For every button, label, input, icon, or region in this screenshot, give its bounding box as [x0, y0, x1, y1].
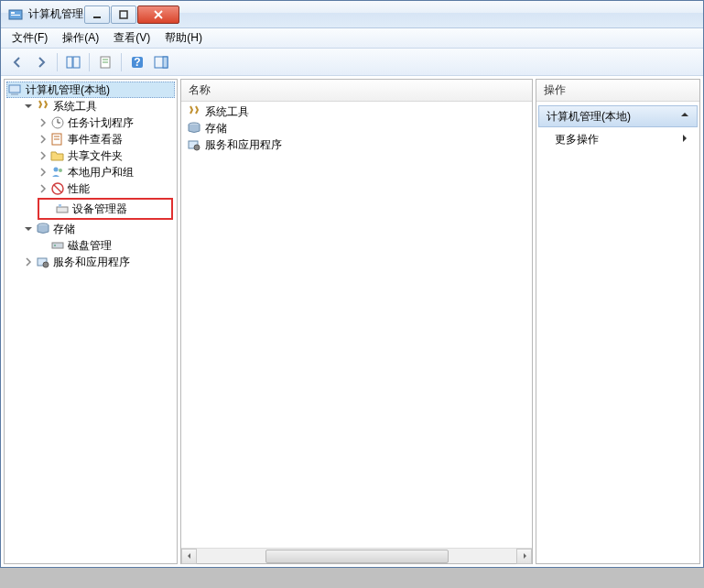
svg-point-25 — [59, 169, 62, 172]
collapse-icon[interactable] — [680, 110, 689, 123]
separator — [89, 53, 90, 71]
svg-text:?: ? — [134, 56, 140, 69]
column-name: 名称 — [189, 82, 211, 98]
tree-label: 共享文件夹 — [68, 148, 123, 164]
tree-node-shared-folders[interactable]: 共享文件夹 — [36, 147, 175, 164]
tree-label: 磁盘管理 — [68, 238, 112, 254]
list-label: 存储 — [205, 121, 227, 136]
actions-section-title: 计算机管理(本地) — [547, 109, 631, 125]
tree-node-event-viewer[interactable]: 事件查看器 — [36, 131, 175, 147]
highlight-annotation: 设备管理器 — [38, 198, 173, 220]
separator — [57, 53, 58, 71]
menu-view[interactable]: 查看(V) — [106, 28, 157, 48]
folder-share-icon — [50, 148, 65, 163]
svg-rect-28 — [57, 207, 68, 212]
expand-icon[interactable] — [38, 167, 49, 178]
close-button[interactable] — [137, 5, 179, 24]
svg-rect-7 — [67, 57, 72, 68]
properties-button[interactable] — [94, 51, 116, 73]
back-button[interactable] — [6, 51, 28, 73]
tree-label: 服务和应用程序 — [53, 255, 130, 270]
list-item[interactable]: 服务和应用程序 — [181, 136, 532, 153]
list-item[interactable]: 存储 — [181, 120, 532, 136]
list-item[interactable]: 系统工具 — [181, 103, 532, 120]
menubar: 文件(F) 操作(A) 查看(V) 帮助(H) — [1, 28, 703, 49]
expand-icon[interactable] — [38, 117, 49, 128]
tools-icon — [36, 99, 50, 114]
actions-title: 操作 — [544, 82, 566, 98]
collapse-icon[interactable] — [23, 223, 34, 234]
svg-line-27 — [54, 185, 61, 192]
svg-rect-1 — [11, 12, 15, 14]
titlebar[interactable]: 计算机管理 — [1, 1, 703, 28]
expand-icon[interactable] — [38, 150, 49, 161]
expand-icon[interactable] — [38, 134, 49, 145]
svg-rect-4 — [120, 11, 127, 18]
tree-body: 计算机管理(本地) 系统工具 任务计划程序 — [5, 80, 177, 563]
tree-label: 本地用户和组 — [68, 165, 134, 180]
actions-body: 计算机管理(本地) 更多操作 — [536, 102, 699, 563]
tree-label: 存储 — [53, 222, 75, 237]
actions-more-label: 更多操作 — [555, 132, 599, 147]
actions-more[interactable]: 更多操作 — [536, 129, 699, 149]
computer-icon — [8, 82, 23, 97]
svg-rect-31 — [52, 243, 63, 248]
tree-label: 系统工具 — [53, 99, 97, 114]
window-title: 计算机管理 — [28, 6, 83, 22]
chevron-right-icon — [681, 133, 688, 146]
svg-rect-16 — [9, 85, 20, 93]
list-header[interactable]: 名称 — [181, 80, 532, 102]
menu-help[interactable]: 帮助(H) — [157, 28, 210, 48]
tree-label: 事件查看器 — [68, 132, 123, 147]
list-label: 系统工具 — [205, 104, 249, 120]
show-hide-tree-button[interactable] — [62, 51, 84, 73]
clock-icon — [50, 115, 65, 130]
actions-section-header[interactable]: 计算机管理(本地) — [538, 105, 698, 127]
tree-node-root[interactable]: 计算机管理(本地) — [6, 82, 175, 98]
tools-icon — [187, 104, 201, 119]
scroll-thumb[interactable] — [265, 550, 449, 563]
tree-node-performance[interactable]: 性能 — [36, 180, 175, 197]
storage-icon — [187, 121, 201, 136]
disk-icon — [50, 238, 65, 253]
log-icon — [50, 132, 65, 147]
forward-button[interactable] — [30, 51, 52, 73]
tree-label: 计算机管理(本地) — [26, 82, 110, 98]
tree-node-local-users[interactable]: 本地用户和组 — [36, 164, 175, 180]
tree-node-services-apps[interactable]: 服务和应用程序 — [21, 254, 175, 270]
scroll-left-button[interactable] — [181, 549, 197, 564]
horizontal-scrollbar[interactable] — [181, 548, 532, 563]
svg-rect-29 — [59, 204, 61, 207]
list-panel: 名称 系统工具 存储 服务和应用程序 — [180, 79, 533, 564]
scroll-right-button[interactable] — [516, 549, 532, 564]
svg-point-32 — [54, 245, 56, 246]
help-button[interactable]: ? — [126, 51, 148, 73]
tree-label: 性能 — [68, 181, 90, 197]
expand-icon[interactable] — [23, 256, 34, 267]
separator — [121, 53, 122, 71]
tree-node-system-tools[interactable]: 系统工具 — [21, 98, 175, 114]
actions-panel: 操作 计算机管理(本地) 更多操作 — [536, 79, 700, 564]
tree-node-task-scheduler[interactable]: 任务计划程序 — [36, 114, 175, 131]
list-label: 服务和应用程序 — [205, 137, 282, 153]
svg-rect-8 — [73, 57, 80, 68]
services-icon — [36, 255, 50, 269]
tree-node-storage[interactable]: 存储 — [21, 221, 175, 237]
menu-file[interactable]: 文件(F) — [5, 28, 55, 48]
action-pane-button[interactable] — [150, 51, 172, 73]
maximize-button[interactable] — [111, 5, 136, 24]
tree-label: 任务计划程序 — [68, 115, 134, 131]
tree-node-disk-mgmt[interactable]: 磁盘管理 — [36, 237, 175, 254]
services-icon — [187, 137, 201, 152]
tree-node-device-manager[interactable]: 设备管理器 — [40, 201, 170, 217]
svg-point-24 — [54, 168, 59, 172]
minimize-button[interactable] — [84, 5, 110, 24]
window-frame: 计算机管理 文件(F) 操作(A) 查看(V) 帮助(H) ? — [0, 0, 704, 568]
storage-icon — [36, 222, 50, 236]
tree-panel: 计算机管理(本地) 系统工具 任务计划程序 — [4, 79, 178, 564]
toolbar: ? — [1, 49, 703, 76]
menu-actions[interactable]: 操作(A) — [55, 28, 106, 48]
expand-icon[interactable] — [38, 183, 49, 194]
collapse-icon[interactable] — [23, 101, 34, 112]
svg-rect-15 — [163, 57, 168, 68]
